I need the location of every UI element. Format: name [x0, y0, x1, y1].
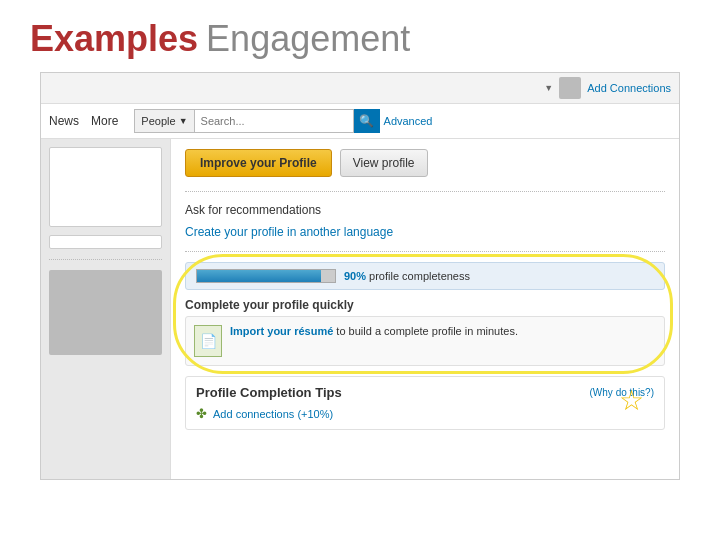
progress-label: profile completeness [369, 270, 470, 282]
search-icon: 🔍 [359, 114, 374, 128]
profile-links: Ask for recommendations Create your prof… [185, 200, 665, 243]
people-dropdown[interactable]: People ▼ [134, 109, 193, 133]
import-resume-link[interactable]: Import your résumé [230, 325, 333, 337]
tip-bullet-icon: ✤ [196, 406, 207, 421]
title-engagement: Engagement [206, 18, 410, 60]
dropdown-arrow-icon: ▼ [544, 83, 553, 93]
improve-profile-button[interactable]: Improve your Profile [185, 149, 332, 177]
nav-more[interactable]: More [91, 114, 118, 128]
import-text: Import your résumé to build a complete p… [230, 325, 518, 337]
sidebar-image [49, 270, 162, 355]
separator-1 [185, 191, 665, 192]
sidebar-dotted [49, 259, 162, 260]
progress-section: 90% profile completeness [185, 262, 665, 290]
document-icon: 📄 [200, 333, 217, 349]
progress-bar-row: 90% profile completeness [196, 269, 654, 283]
progress-bar-background [196, 269, 336, 283]
progress-percent: 90% [344, 270, 366, 282]
search-area: People ▼ 🔍 Advanced [134, 109, 432, 133]
progress-bar-fill [197, 270, 321, 282]
create-language-link[interactable]: Create your profile in another language [185, 222, 665, 244]
dropdown-chevron-icon: ▼ [179, 116, 188, 126]
sidebar [41, 139, 171, 479]
separator-2 [185, 251, 665, 252]
title-area: Examples Engagement [0, 0, 720, 72]
nav-news[interactable]: News [49, 114, 79, 128]
right-content: Improve your Profile View profile Ask fo… [171, 139, 679, 479]
title-examples: Examples [30, 18, 198, 60]
star-icon: ☆ [619, 384, 644, 417]
search-button[interactable]: 🔍 [354, 109, 380, 133]
linkedin-mockup: ▼ Add Connections News More People ▼ 🔍 A… [40, 72, 680, 480]
add-connections-tip-link[interactable]: Add connections (+10%) [213, 408, 333, 420]
complete-quickly-heading: Complete your profile quickly [185, 298, 665, 312]
progress-text: 90% profile completeness [344, 270, 470, 282]
ask-recommendations-text: Ask for recommendations [185, 203, 321, 217]
tips-section: Profile Completion Tips (Why do this?) ✤… [185, 376, 665, 430]
import-resume-suffix: to build a complete profile in minutes. [333, 325, 518, 337]
tip-item-add-connections: ✤ Add connections (+10%) [196, 406, 654, 421]
top-nav-bar: ▼ Add Connections [41, 73, 679, 104]
sidebar-box-top [49, 147, 162, 227]
second-nav-bar: News More People ▼ 🔍 Advanced [41, 104, 679, 139]
import-resume-row: 📄 Import your résumé to build a complete… [185, 316, 665, 366]
avatar [559, 77, 581, 99]
main-content: Improve your Profile View profile Ask fo… [41, 139, 679, 479]
profile-buttons: Improve your Profile View profile [185, 149, 665, 177]
advanced-search-link[interactable]: Advanced [384, 115, 433, 127]
resume-icon: 📄 [194, 325, 222, 357]
import-resume-label: Import your résumé [230, 325, 333, 337]
sidebar-line-1 [49, 235, 162, 249]
add-connections-link[interactable]: Add Connections [587, 82, 671, 94]
people-label: People [141, 115, 175, 127]
highlight-section: 90% profile completeness Complete your p… [185, 262, 665, 366]
tips-title: Profile Completion Tips [196, 385, 342, 400]
view-profile-button[interactable]: View profile [340, 149, 428, 177]
tips-header: Profile Completion Tips (Why do this?) [196, 385, 654, 400]
search-input[interactable] [194, 109, 354, 133]
